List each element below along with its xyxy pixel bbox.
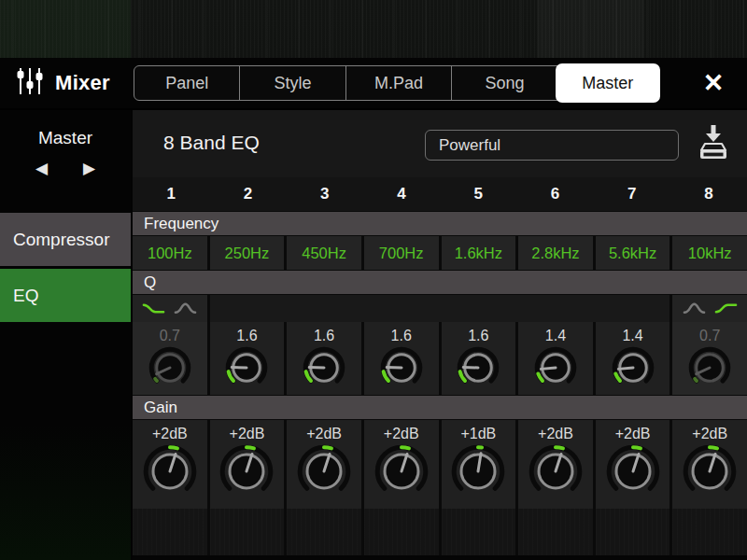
gain-band-cell: +2dB	[364, 420, 439, 509]
chassis-texture-right	[537, 0, 644, 58]
band-number: 6	[516, 177, 593, 211]
eq-type-selector[interactable]	[672, 295, 747, 322]
band-column-filler	[518, 509, 593, 555]
q-knob[interactable]	[457, 346, 500, 389]
q-value: 0.7	[699, 327, 720, 345]
tab-style[interactable]: Style	[239, 66, 345, 100]
gain-row: +2dB+2dB+2dB+2dB+1dB+2dB+2dB+2dB	[133, 420, 747, 509]
gain-band-cell: +2dB	[133, 420, 207, 509]
q-value: 1.4	[622, 327, 642, 345]
gain-value: +2dB	[230, 425, 265, 443]
tab-song[interactable]: Song	[451, 66, 557, 100]
part-selector-label: Master	[0, 128, 131, 148]
band-number: 7	[594, 177, 670, 211]
tab-panel[interactable]: Panel	[134, 66, 239, 100]
gain-band-cell: +2dB	[596, 420, 670, 509]
gain-knob[interactable]	[143, 444, 197, 498]
gain-value: +2dB	[538, 425, 573, 443]
shelf-high-icon[interactable]	[714, 301, 738, 315]
gain-band-cell: +2dB	[210, 420, 285, 509]
gain-band-cell: +1dB	[442, 420, 516, 509]
q-knob[interactable]	[688, 346, 731, 389]
sidebar-item-eq[interactable]: EQ	[0, 269, 131, 322]
peak-icon[interactable]	[174, 301, 197, 315]
q-band-cell: 1.4	[596, 322, 670, 395]
frequency-value[interactable]: 700Hz	[364, 236, 439, 270]
eq-type-row	[133, 295, 747, 322]
close-button[interactable]: ✕	[691, 58, 736, 108]
gain-band-cell: +2dB	[672, 420, 747, 509]
q-knob[interactable]	[148, 346, 191, 389]
eq-header: 8 Band EQ Powerful	[133, 110, 747, 177]
sidebar-item-compressor[interactable]: Compressor	[0, 213, 131, 266]
preset-selector[interactable]: Powerful	[425, 130, 679, 161]
save-button[interactable]	[692, 121, 735, 168]
q-value: 0.7	[160, 327, 180, 345]
q-value: 1.6	[468, 327, 488, 345]
q-band-cell: 1.6	[364, 322, 439, 395]
q-band-cell: 1.6	[442, 322, 516, 395]
q-value: 1.4	[545, 327, 566, 345]
frequency-value[interactable]: 100Hz	[133, 236, 207, 270]
gain-knob[interactable]	[297, 444, 351, 498]
q-value: 1.6	[314, 327, 334, 345]
tab-master[interactable]: Master	[556, 63, 660, 103]
window-title: Mixer	[55, 71, 110, 95]
gain-knob[interactable]	[529, 444, 583, 498]
sidebar: Master ◀ ▶ CompressorEQ	[0, 110, 131, 560]
eq-page: 8 Band EQ Powerful 12345678 Frequency 10…	[133, 110, 747, 560]
q-knob[interactable]	[303, 346, 345, 389]
gain-value: +2dB	[692, 425, 727, 443]
q-knob[interactable]	[380, 346, 423, 389]
shelf-low-icon[interactable]	[142, 301, 165, 315]
frequency-section-bar: Frequency	[133, 211, 747, 236]
gain-band-cell: +2dB	[518, 420, 593, 509]
q-knob[interactable]	[534, 346, 577, 389]
tab-mpad[interactable]: M.Pad	[345, 66, 451, 100]
band-number: 8	[670, 177, 747, 211]
title-bar: Mixer PanelStyleM.PadSongMaster ✕	[0, 58, 747, 110]
gain-knob[interactable]	[683, 444, 737, 498]
gain-knob[interactable]	[451, 444, 505, 498]
sidebar-items: CompressorEQ	[0, 213, 131, 322]
gain-knob[interactable]	[219, 444, 274, 498]
band-column-filler	[596, 509, 670, 555]
band-column-filler	[210, 509, 285, 555]
q-knob[interactable]	[225, 346, 268, 389]
frequency-value[interactable]: 250Hz	[210, 236, 285, 270]
frequency-value[interactable]: 450Hz	[287, 236, 361, 270]
band-number: 3	[287, 177, 363, 211]
panel-bottom-edge	[133, 555, 747, 560]
gain-value: +2dB	[306, 425, 342, 443]
q-knob[interactable]	[612, 346, 655, 389]
app-brand: Mixer	[15, 58, 110, 108]
gain-value: +2dB	[384, 425, 419, 443]
eq-type-selector[interactable]	[133, 295, 207, 322]
band-column-filler	[133, 509, 207, 555]
next-part-button[interactable]: ▶	[83, 161, 95, 176]
peak-icon[interactable]	[683, 301, 706, 315]
band-column-filler	[672, 509, 747, 555]
gain-band-cell: +2dB	[287, 420, 361, 509]
band-number-row: 12345678	[133, 177, 747, 211]
eq-type-spacer	[210, 295, 670, 322]
part-selector: Master ◀ ▶	[0, 110, 131, 213]
band-number: 5	[440, 177, 516, 211]
chassis-texture-left	[0, 0, 131, 58]
prev-part-button[interactable]: ◀	[35, 161, 48, 176]
q-band-cell: 1.6	[287, 322, 361, 395]
q-row: 0.71.61.61.61.61.41.40.7	[133, 322, 747, 395]
band-number: 1	[133, 177, 209, 211]
q-value: 1.6	[236, 327, 257, 345]
band-column-filler	[364, 509, 439, 555]
frequency-value[interactable]: 5.6kHz	[596, 236, 670, 270]
frequency-value[interactable]: 10kHz	[672, 236, 747, 270]
gain-value: +2dB	[615, 425, 651, 443]
mixer-sliders-icon	[15, 65, 45, 101]
frequency-value[interactable]: 1.6kHz	[442, 236, 516, 270]
frequency-value[interactable]: 2.8kHz	[518, 236, 593, 270]
save-icon	[695, 121, 732, 168]
gain-value: +2dB	[152, 425, 188, 443]
gain-knob[interactable]	[606, 444, 660, 498]
gain-knob[interactable]	[374, 444, 429, 498]
